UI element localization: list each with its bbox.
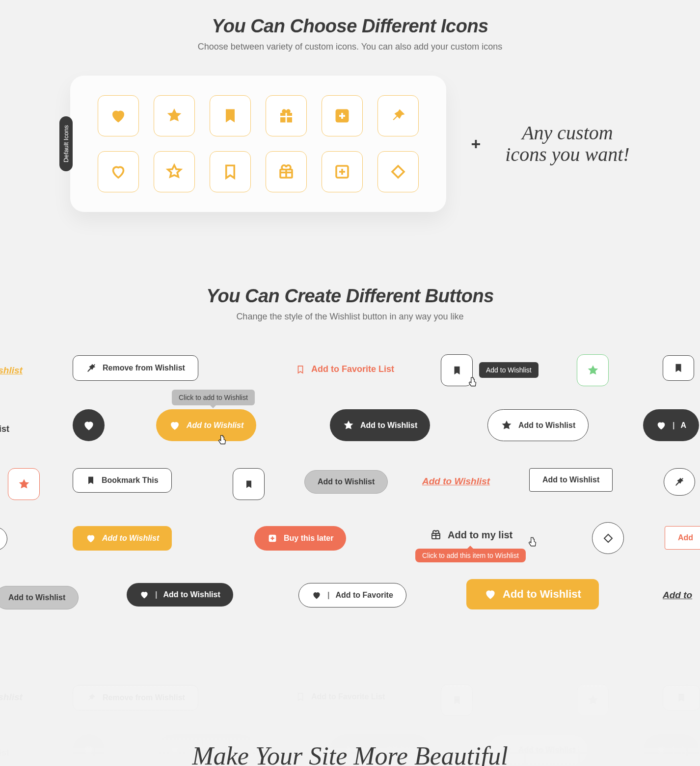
faded-star-sq bbox=[577, 684, 609, 716]
bookmark-outline-icon bbox=[296, 365, 305, 374]
add-to-wishlist-link[interactable]: to Wishlist bbox=[0, 365, 23, 376]
add-to-favorite-list-link[interactable]: Add to Favorite List bbox=[296, 364, 394, 374]
buy-this-later-button[interactable]: Buy this later bbox=[254, 526, 346, 551]
bookmark-icon bbox=[673, 363, 684, 373]
pin-outline-icon bbox=[602, 532, 614, 544]
bookmark-icon[interactable] bbox=[210, 95, 251, 136]
section-icons-header: You Can Choose Different Icons Choose be… bbox=[0, 16, 700, 52]
buttons-showcase: to Wishlist Remove from Wishlist Add to … bbox=[0, 351, 700, 626]
default-icons-card: Default Icons bbox=[70, 76, 446, 212]
add-to-cut-link[interactable]: Add to bbox=[663, 590, 692, 601]
gift-outline-icon bbox=[430, 529, 442, 541]
star-icon[interactable] bbox=[154, 95, 195, 136]
pin-off-icon bbox=[674, 476, 685, 487]
add-coral-button[interactable]: Add bbox=[665, 526, 700, 550]
bookmark-icon bbox=[86, 475, 96, 485]
buttons-subtitle: Change the style of the Wishlist button … bbox=[0, 312, 700, 322]
heart-icon bbox=[82, 419, 95, 432]
heart-icon bbox=[169, 420, 181, 431]
heart-icon bbox=[82, 744, 95, 757]
pin-circle-button[interactable] bbox=[592, 522, 624, 554]
add-to-wishlist-grey-pill-button[interactable]: Add to Wishlist bbox=[0, 586, 79, 609]
heart-icon bbox=[312, 590, 322, 600]
plus-square-icon[interactable] bbox=[322, 95, 363, 136]
heart-circle-button[interactable] bbox=[73, 409, 105, 441]
icons-subtitle: Choose between variety of custom icons. … bbox=[0, 42, 700, 52]
pin-icon[interactable] bbox=[377, 95, 419, 136]
custom-icons-note: Any custom icons you want! bbox=[505, 122, 629, 165]
star-coral-button[interactable] bbox=[8, 468, 40, 500]
cursor-icon bbox=[466, 376, 479, 389]
gift-outline-icon[interactable] bbox=[266, 151, 307, 192]
add-to-wishlist-orange-rect-button[interactable]: Add to Wishlist bbox=[73, 526, 172, 551]
plus-square-outline-icon[interactable] bbox=[322, 151, 363, 192]
star-icon bbox=[18, 478, 30, 491]
heart-sep-a-button[interactable]: | A bbox=[643, 409, 699, 441]
pin-off-icon bbox=[86, 363, 97, 373]
add-to-wishlist-white-button[interactable]: Add to Wishlist bbox=[487, 409, 589, 441]
faded-bookmark-cut bbox=[663, 685, 700, 711]
wishlist-cut-button[interactable]: Wishlist bbox=[0, 527, 7, 551]
beautiful-banner: Make Your Site More Beautiful bbox=[192, 741, 508, 766]
add-to-my-list-link[interactable]: Add to my list bbox=[430, 529, 512, 541]
bookmark-square-button[interactable] bbox=[233, 468, 265, 500]
heart-icon bbox=[85, 533, 96, 544]
remove-from-wishlist-button[interactable]: Remove from Wishlist bbox=[73, 355, 198, 381]
cursor-icon bbox=[216, 434, 229, 447]
default-icons-label: Default Icons bbox=[59, 116, 73, 171]
bookmark-outline-icon[interactable] bbox=[210, 151, 251, 192]
add-to-wishlist-rect-button[interactable]: Add to Wishlist bbox=[529, 468, 613, 492]
star-outline-icon[interactable] bbox=[154, 151, 195, 192]
pin-off-icon bbox=[86, 692, 97, 703]
bookmark-icon bbox=[676, 692, 687, 703]
bookmark-this-button[interactable]: Bookmark This bbox=[73, 468, 172, 493]
faded-heart-circle bbox=[73, 734, 105, 766]
buttons-title: You Can Create Different Buttons bbox=[0, 286, 700, 307]
heart-icon bbox=[656, 745, 667, 756]
heart-icon bbox=[484, 588, 497, 601]
pin-outline-icon[interactable] bbox=[377, 151, 419, 192]
bookmark-icon bbox=[452, 365, 462, 376]
tooltip-add-to-wishlist: Add to Wishlist bbox=[479, 362, 538, 378]
star-icon bbox=[501, 420, 512, 431]
bookmark-outline-icon bbox=[296, 692, 305, 702]
bookmark-icon bbox=[244, 479, 254, 489]
heart-icon[interactable] bbox=[98, 95, 139, 136]
add-to-wishlist-coral-link[interactable]: Add to Wishlist bbox=[422, 476, 490, 487]
star-icon bbox=[343, 420, 354, 431]
faded-fav-list-link: Add to Favorite List bbox=[296, 692, 385, 702]
faded-bookmark-sq bbox=[441, 684, 473, 716]
tooltip-click-to-add: Click to add to Wishlist bbox=[172, 390, 255, 405]
pin-off-cut-button[interactable] bbox=[664, 468, 695, 496]
bookmark-cut-button[interactable] bbox=[663, 355, 694, 381]
plus-symbol: + bbox=[471, 134, 481, 154]
section-buttons-header: You Can Create Different Buttons Change … bbox=[0, 286, 700, 322]
add-to-wishlist-big-orange-button[interactable]: Add to Wishlist bbox=[466, 579, 599, 609]
tooltip-click-this-item: Click to add this item to Wishlist bbox=[415, 549, 526, 562]
star-green-button[interactable] bbox=[577, 354, 609, 386]
heart-sep-favorite-white-button[interactable]: | Add to Favorite bbox=[298, 583, 406, 608]
add-to-wishlist-orange-button[interactable]: Add to Wishlist bbox=[156, 409, 256, 441]
gift-icon[interactable] bbox=[266, 95, 307, 136]
faded-to-wishlist-link: to Wishlist bbox=[0, 692, 23, 703]
faded-to-my-list: to my list bbox=[0, 748, 9, 758]
plus-square-icon bbox=[267, 533, 278, 544]
cursor-icon bbox=[526, 536, 539, 549]
heart-sep-wishlist-dark-button[interactable]: | Add to Wishlist bbox=[127, 583, 233, 607]
star-icon bbox=[587, 364, 599, 377]
faded-remove-button: Remove from Wishlist bbox=[73, 685, 198, 711]
add-to-wishlist-grey-button[interactable]: Add to Wishlist bbox=[304, 470, 388, 494]
faded-heart-sep-a: | A bbox=[643, 734, 699, 766]
bookmark-icon bbox=[452, 695, 462, 706]
add-to-wishlist-dark-button[interactable]: Add to Wishlist bbox=[330, 409, 430, 441]
add-to-my-list-text[interactable]: to my list bbox=[0, 424, 9, 434]
icons-title: You Can Choose Different Icons bbox=[0, 16, 700, 37]
heart-icon bbox=[139, 590, 149, 600]
star-icon bbox=[587, 694, 599, 707]
heart-outline-icon[interactable] bbox=[98, 151, 139, 192]
heart-icon bbox=[169, 744, 181, 756]
heart-icon bbox=[656, 420, 667, 431]
